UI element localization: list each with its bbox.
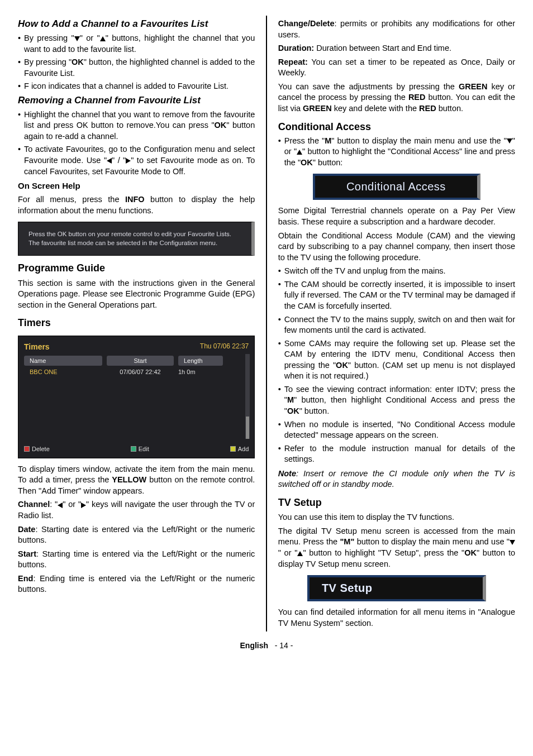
list-item: Press the "M" button to display the main… bbox=[278, 136, 515, 169]
remove-favourite-list: Highlight the channel that you want to r… bbox=[18, 109, 255, 177]
tv-setup-bar: TV Setup bbox=[307, 575, 486, 601]
tv-setup-p2: The digital TV Setup menu screen is acce… bbox=[278, 526, 515, 570]
left-column: How to Add a Channel to a Favourites Lis… bbox=[18, 16, 255, 631]
scrollbar bbox=[245, 354, 250, 439]
tv-setup-p1: You can use this item to display the TV … bbox=[278, 512, 515, 523]
start-line: Start: Starting time is entered via the … bbox=[18, 549, 255, 571]
right-arrow-icon bbox=[126, 158, 131, 164]
down-arrow-icon bbox=[74, 36, 80, 41]
green-square-icon bbox=[131, 446, 136, 452]
list-item: By pressing "OK" button, the highlighted… bbox=[18, 57, 255, 79]
osd-help-box: Press the OK button on your remote contr… bbox=[18, 222, 255, 256]
right-arrow-icon bbox=[81, 503, 86, 508]
down-arrow-icon bbox=[507, 138, 512, 143]
list-item: Connect the TV to the mains supply, swit… bbox=[278, 314, 515, 336]
conditional-access-bar: Conditional Access bbox=[313, 174, 480, 200]
right-column: Change/Delete: permits or prohibits any … bbox=[278, 16, 515, 631]
end-line: End: Ending time is entered via the Left… bbox=[18, 573, 255, 595]
on-screen-help-text: For all menus, press the INFO button to … bbox=[18, 194, 255, 216]
page-footer: English - 14 - bbox=[18, 640, 515, 651]
channel-line: Channel: "" or "" keys will navigate the… bbox=[18, 499, 255, 521]
heading-remove-favourite: Removing a Channel from Favourite List bbox=[18, 94, 255, 107]
timers-title: Timers bbox=[24, 342, 50, 352]
list-item: Switch off the TV and unplug from the ma… bbox=[278, 266, 515, 277]
col-name: Name bbox=[24, 356, 102, 366]
left-arrow-icon bbox=[58, 503, 63, 508]
heading-add-favourite: How to Add a Channel to a Favourites Lis… bbox=[18, 18, 255, 31]
list-item: To activate Favourites, go to the Config… bbox=[18, 144, 255, 177]
heading-programme-guide: Programme Guide bbox=[18, 261, 255, 275]
up-arrow-icon bbox=[297, 551, 303, 556]
add-favourite-list: By pressing "" or "" buttons, highlight … bbox=[18, 33, 255, 92]
list-item: To see the viewing contract information:… bbox=[278, 384, 515, 417]
change-delete-line: Change/Delete: permits or prohibits any … bbox=[278, 18, 515, 40]
ca-paragraph-2: Obtain the Conditional Access Module (CA… bbox=[278, 231, 515, 264]
duration-line: Duration: Duration between Start and End… bbox=[278, 43, 515, 54]
list-item: F icon indicates that a channel is added… bbox=[18, 81, 255, 92]
left-arrow-icon bbox=[107, 158, 112, 164]
date-line: Date: Starting date is entered via the L… bbox=[18, 524, 255, 546]
heading-conditional-access: Conditional Access bbox=[278, 120, 515, 133]
ca-note: Note: Insert or remove the CI module onl… bbox=[278, 468, 515, 490]
list-item: The CAM should be correctly inserted, it… bbox=[278, 279, 515, 312]
two-column-layout: How to Add a Channel to a Favourites Lis… bbox=[18, 16, 515, 631]
yellow-square-icon bbox=[230, 446, 236, 452]
conditional-access-intro-list: Press the "M" button to display the main… bbox=[278, 136, 515, 169]
add-hint: Add bbox=[230, 445, 249, 453]
list-item: Highlight the channel that you want to r… bbox=[18, 109, 255, 142]
table-row: BBC ONE 07/06/07 22:42 1h 0m bbox=[24, 368, 249, 376]
programme-guide-text: This section is same with the instructio… bbox=[18, 278, 255, 311]
down-arrow-icon bbox=[510, 540, 515, 545]
edit-hint: Edit bbox=[131, 445, 149, 453]
up-arrow-icon bbox=[297, 150, 302, 155]
red-square-icon bbox=[24, 446, 30, 452]
tv-setup-p3: You can find detailed information for al… bbox=[278, 607, 515, 629]
repeat-line: Repeat: You can set a timer to be repeat… bbox=[278, 57, 515, 79]
list-item: By pressing "" or "" buttons, highlight … bbox=[18, 33, 255, 55]
list-item: Some CAMs may require the following set … bbox=[278, 338, 515, 382]
heading-timers: Timers bbox=[18, 316, 255, 329]
timers-datetime: Thu 07/06 22:37 bbox=[200, 342, 249, 352]
ca-paragraph-1: Some Digital Terrestrial channels operat… bbox=[278, 205, 515, 227]
col-length: Length bbox=[178, 356, 223, 366]
column-separator bbox=[266, 16, 267, 631]
list-item: When no module is inserted, "No Conditio… bbox=[278, 419, 515, 441]
save-line: You can save the adjustments by pressing… bbox=[278, 82, 515, 114]
up-arrow-icon bbox=[100, 36, 106, 41]
heading-tv-setup: TV Setup bbox=[278, 496, 515, 509]
list-item: Refer to the module instruction manual f… bbox=[278, 443, 515, 465]
heading-on-screen-help: On Screen Help bbox=[18, 180, 255, 192]
col-start: Start bbox=[107, 356, 174, 366]
timers-paragraph-1: To display timers window, activate the i… bbox=[18, 464, 255, 497]
conditional-access-steps: Switch off the TV and unplug from the ma… bbox=[278, 266, 515, 465]
delete-hint: Delete bbox=[24, 445, 50, 453]
timers-screenshot: Timers Thu 07/06 22:37 Name Start Length… bbox=[18, 336, 255, 458]
